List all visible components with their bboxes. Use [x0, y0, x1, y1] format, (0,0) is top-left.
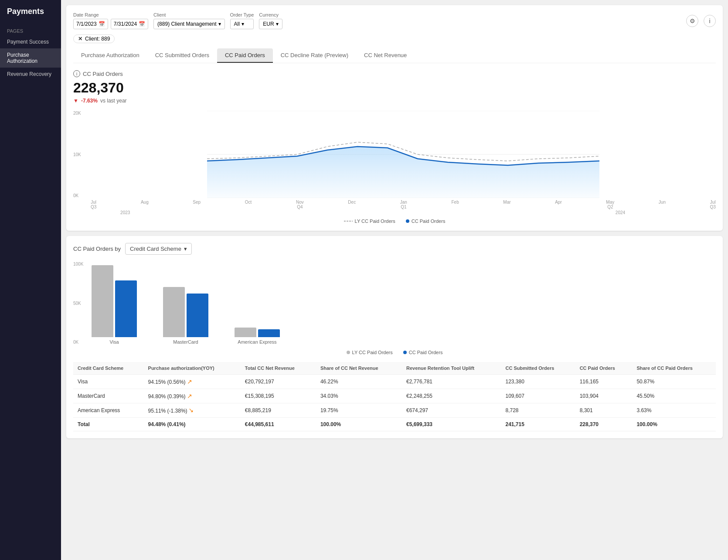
- bar-group-mastercard: MasterCard: [163, 263, 208, 345]
- amex-share-paid: 3.63%: [632, 403, 716, 418]
- calendar-icon: 📅: [99, 21, 105, 27]
- metric-change-label: vs last year: [100, 98, 127, 104]
- metric-change-pct: -7.63%: [81, 98, 98, 104]
- sidebar-item-purchase-authorization[interactable]: Purchase Authorization: [0, 48, 61, 68]
- client-label: Client: [153, 12, 225, 17]
- mc-share-net: 34.03%: [316, 389, 402, 403]
- visa-cy-bar: [115, 280, 137, 337]
- line-chart-legend: LY CC Paid Orders CC Paid Orders: [73, 219, 716, 224]
- metric-info-icon: i: [73, 70, 80, 77]
- table-header-row: Credit Card Scheme Purchase authorizatio…: [73, 362, 716, 375]
- mc-retention: €2,248,255: [402, 389, 501, 403]
- sidebar-section-label: Pages: [0, 25, 61, 35]
- bar-legend-dot-cy: [403, 351, 407, 354]
- bar-chart-area: 100K 50K 0K Visa: [73, 262, 716, 345]
- remove-client-tag-button[interactable]: ✕: [78, 36, 82, 42]
- legend-ly-cc-paid: LY CC Paid Orders: [344, 219, 395, 224]
- col-scheme: Credit Card Scheme: [73, 362, 144, 375]
- total-net-revenue: €44,985,611: [241, 418, 316, 431]
- visa-ly-bar: [92, 265, 113, 337]
- amex-label: American Express: [238, 339, 276, 345]
- calendar-icon-end: 📅: [139, 21, 145, 27]
- amex-bars: [235, 263, 280, 337]
- amex-retention: €674,297: [402, 403, 501, 418]
- client-dropdown[interactable]: (889) Client Management ▾: [153, 19, 225, 29]
- bar-legend-dot-ly: [347, 351, 350, 354]
- chevron-down-icon-bar: ▾: [184, 246, 187, 252]
- visa-auth-arrow: ↗: [187, 378, 192, 385]
- main-content: Date Range 7/1/2023 📅 7/31/2024 📅 Client…: [61, 0, 728, 560]
- visa-share-net: 46.22%: [316, 375, 402, 389]
- line-chart-container: 20K 10K 0K: [73, 111, 716, 215]
- amex-scheme: American Express: [73, 403, 144, 418]
- client-tag: ✕ Client: 889: [73, 34, 115, 43]
- tab-cc-net-revenue[interactable]: CC Net Revenue: [356, 48, 415, 63]
- tab-cc-decline[interactable]: CC Decline Rate (Preview): [273, 48, 356, 63]
- mc-paid: 103,904: [575, 389, 633, 403]
- mastercard-ly-bar: [163, 287, 185, 337]
- sidebar: Payments Pages Payment Success Purchase …: [0, 0, 61, 560]
- sidebar-item-revenue-recovery[interactable]: Revenue Recovery: [0, 68, 61, 81]
- table-row-total: Total 94.48% (0.41%) €44,985,611 100.00%…: [73, 418, 716, 431]
- currency-label: Currency: [259, 12, 282, 17]
- client-filter-group: Client (889) Client Management ▾: [153, 12, 225, 29]
- date-end-input[interactable]: 7/31/2024 📅: [111, 19, 148, 29]
- amex-submitted: 8,728: [501, 403, 575, 418]
- legend-cc-paid: CC Paid Orders: [406, 219, 446, 224]
- order-type-dropdown[interactable]: All ▾: [230, 19, 254, 29]
- mc-scheme: MasterCard: [73, 389, 144, 403]
- amex-cy-bar: [258, 329, 280, 337]
- col-submitted: CC Submitted Orders: [501, 362, 575, 375]
- filter-icon-button[interactable]: ⚙: [686, 15, 698, 27]
- dashboard-card: Date Range 7/1/2023 📅 7/31/2024 📅 Client…: [66, 5, 723, 231]
- chart-y-labels: 20K 10K 0K: [73, 111, 81, 198]
- filter-action-icons: ⚙ i: [686, 15, 716, 27]
- filters-row: Date Range 7/1/2023 📅 7/31/2024 📅 Client…: [73, 12, 716, 29]
- chevron-down-icon-order: ▾: [242, 21, 244, 27]
- currency-dropdown[interactable]: EUR ▾: [259, 19, 282, 29]
- mc-submitted: 109,607: [501, 389, 575, 403]
- amex-auth: 95.11% (-1.38%) ↗: [144, 403, 241, 418]
- metric-title-text: CC Paid Orders: [83, 71, 123, 77]
- sidebar-item-payment-success[interactable]: Payment Success: [0, 35, 61, 48]
- tab-cc-submitted[interactable]: CC Submitted Orders: [147, 48, 217, 63]
- tab-bar: Purchase Authorization CC Submitted Orde…: [73, 48, 716, 63]
- date-range-group: Date Range 7/1/2023 📅 7/31/2024 📅: [73, 12, 148, 29]
- app-title: Payments: [0, 7, 61, 25]
- order-type-label: Order Type: [230, 12, 254, 17]
- total-paid: 228,370: [575, 418, 633, 431]
- bar-chart-dropdown[interactable]: Credit Card Scheme ▾: [125, 243, 192, 255]
- mastercard-label: MasterCard: [173, 339, 198, 345]
- visa-auth: 94.15% (0.56%) ↗: [144, 375, 241, 389]
- legend-dot-cc-paid: [406, 219, 409, 223]
- visa-label: Visa: [109, 339, 119, 345]
- total-label: Total: [73, 418, 144, 431]
- chevron-down-icon: ▾: [218, 21, 221, 27]
- table-row-mastercard: MasterCard 94.80% (0.39%) ↗ €15,308,195 …: [73, 389, 716, 403]
- data-table: Credit Card Scheme Purchase authorizatio…: [73, 362, 716, 431]
- mastercard-cy-bar: [187, 294, 208, 337]
- chart-year-labels: 2023 2024: [91, 210, 716, 215]
- bar-group-amex: American Express: [235, 263, 280, 345]
- amex-auth-arrow: ↗: [188, 408, 195, 413]
- total-share-paid: 100.00%: [632, 418, 716, 431]
- bar-chart-title: CC Paid Orders by: [73, 246, 121, 252]
- amex-share-net: 19.75%: [316, 403, 402, 418]
- amex-paid: 8,301: [575, 403, 633, 418]
- total-submitted: 241,715: [501, 418, 575, 431]
- date-start-input[interactable]: 7/1/2023 📅: [73, 19, 108, 29]
- bar-chart-legend: LY CC Paid Orders CC Paid Orders: [73, 350, 716, 355]
- order-type-filter-group: Order Type All ▾: [230, 12, 254, 29]
- col-retention: Revenue Retention Tool Uplift: [402, 362, 501, 375]
- currency-filter-group: Currency EUR ▾: [259, 12, 282, 29]
- metric-title-row: i CC Paid Orders: [73, 70, 716, 77]
- bar-legend-cy: CC Paid Orders: [403, 350, 443, 355]
- col-paid: CC Paid Orders: [575, 362, 633, 375]
- tab-purchase-auth[interactable]: Purchase Authorization: [73, 48, 147, 63]
- info-icon-button[interactable]: i: [704, 15, 716, 27]
- tab-cc-paid[interactable]: CC Paid Orders: [217, 48, 273, 63]
- down-arrow-icon: ▼: [73, 98, 78, 104]
- visa-submitted: 123,380: [501, 375, 575, 389]
- bar-chart-header: CC Paid Orders by Credit Card Scheme ▾: [73, 243, 716, 255]
- chart-x-labels: JulQ3 Aug Sep Oct NovQ4 Dec JanQ1 Feb Ma…: [91, 200, 716, 209]
